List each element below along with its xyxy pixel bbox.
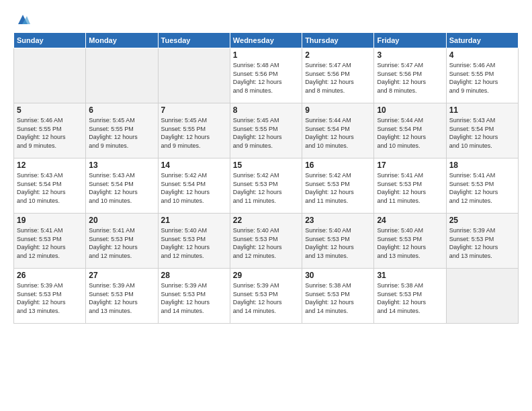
day-number: 19 bbox=[17, 216, 83, 225]
calendar-table: SundayMondayTuesdayWednesdayThursdayFrid… bbox=[13, 32, 519, 324]
day-number: 20 bbox=[89, 216, 154, 225]
header bbox=[13, 12, 519, 27]
day-info: Sunrise: 5:47 AM Sunset: 5:56 PM Dayligh… bbox=[305, 61, 371, 95]
calendar-day-cell: 15Sunrise: 5:42 AM Sunset: 5:53 PM Dayli… bbox=[230, 158, 302, 214]
calendar-week-row: 12Sunrise: 5:43 AM Sunset: 5:54 PM Dayli… bbox=[14, 158, 519, 214]
calendar-day-cell: 2Sunrise: 5:47 AM Sunset: 5:56 PM Daylig… bbox=[302, 48, 374, 103]
day-number: 13 bbox=[89, 161, 154, 170]
day-number: 5 bbox=[17, 105, 83, 115]
day-info: Sunrise: 5:42 AM Sunset: 5:53 PM Dayligh… bbox=[233, 171, 299, 205]
calendar-day-cell: 13Sunrise: 5:43 AM Sunset: 5:54 PM Dayli… bbox=[86, 158, 158, 214]
day-number: 14 bbox=[161, 161, 227, 170]
day-number: 22 bbox=[233, 216, 299, 225]
calendar-day-cell: 1Sunrise: 5:48 AM Sunset: 5:56 PM Daylig… bbox=[230, 48, 302, 103]
day-number: 9 bbox=[305, 105, 371, 115]
day-number: 23 bbox=[305, 216, 371, 225]
day-info: Sunrise: 5:40 AM Sunset: 5:53 PM Dayligh… bbox=[233, 226, 299, 260]
weekday-header-tuesday: Tuesday bbox=[158, 33, 230, 48]
calendar-day-cell: 14Sunrise: 5:42 AM Sunset: 5:54 PM Dayli… bbox=[158, 158, 230, 214]
calendar-day-cell: 20Sunrise: 5:41 AM Sunset: 5:53 PM Dayli… bbox=[86, 214, 158, 269]
day-number: 17 bbox=[377, 161, 443, 170]
day-info: Sunrise: 5:43 AM Sunset: 5:54 PM Dayligh… bbox=[17, 171, 83, 205]
day-info: Sunrise: 5:39 AM Sunset: 5:53 PM Dayligh… bbox=[233, 281, 299, 315]
day-number: 2 bbox=[305, 50, 371, 60]
logo bbox=[13, 12, 30, 27]
calendar-day-cell: 26Sunrise: 5:39 AM Sunset: 5:53 PM Dayli… bbox=[14, 269, 86, 324]
day-number: 18 bbox=[449, 161, 515, 170]
calendar-day-cell: 9Sunrise: 5:44 AM Sunset: 5:54 PM Daylig… bbox=[302, 103, 374, 158]
day-info: Sunrise: 5:38 AM Sunset: 5:53 PM Dayligh… bbox=[377, 281, 443, 315]
day-number: 8 bbox=[233, 105, 299, 115]
day-number: 26 bbox=[17, 271, 83, 280]
day-info: Sunrise: 5:39 AM Sunset: 5:53 PM Dayligh… bbox=[161, 281, 227, 315]
weekday-header-sunday: Sunday bbox=[14, 33, 86, 48]
day-info: Sunrise: 5:41 AM Sunset: 5:53 PM Dayligh… bbox=[377, 171, 443, 205]
weekday-header-thursday: Thursday bbox=[302, 33, 374, 48]
day-number: 4 bbox=[449, 50, 515, 60]
day-number: 3 bbox=[377, 50, 443, 60]
weekday-header-wednesday: Wednesday bbox=[230, 33, 302, 48]
day-info: Sunrise: 5:40 AM Sunset: 5:53 PM Dayligh… bbox=[305, 226, 371, 260]
day-info: Sunrise: 5:42 AM Sunset: 5:54 PM Dayligh… bbox=[161, 171, 227, 205]
calendar-day-cell: 16Sunrise: 5:42 AM Sunset: 5:53 PM Dayli… bbox=[302, 158, 374, 214]
day-number: 31 bbox=[377, 271, 443, 280]
calendar-day-cell: 31Sunrise: 5:38 AM Sunset: 5:53 PM Dayli… bbox=[374, 269, 446, 324]
calendar-day-cell bbox=[446, 269, 518, 324]
page: SundayMondayTuesdayWednesdayThursdayFrid… bbox=[0, 0, 532, 411]
calendar-day-cell: 25Sunrise: 5:39 AM Sunset: 5:53 PM Dayli… bbox=[446, 214, 518, 269]
day-info: Sunrise: 5:41 AM Sunset: 5:53 PM Dayligh… bbox=[17, 226, 83, 260]
calendar-day-cell: 10Sunrise: 5:44 AM Sunset: 5:54 PM Dayli… bbox=[374, 103, 446, 158]
calendar-day-cell: 8Sunrise: 5:45 AM Sunset: 5:55 PM Daylig… bbox=[230, 103, 302, 158]
day-info: Sunrise: 5:43 AM Sunset: 5:54 PM Dayligh… bbox=[449, 116, 515, 150]
day-info: Sunrise: 5:42 AM Sunset: 5:53 PM Dayligh… bbox=[305, 171, 371, 205]
calendar-day-cell: 22Sunrise: 5:40 AM Sunset: 5:53 PM Dayli… bbox=[230, 214, 302, 269]
calendar-day-cell: 17Sunrise: 5:41 AM Sunset: 5:53 PM Dayli… bbox=[374, 158, 446, 214]
calendar-week-row: 5Sunrise: 5:46 AM Sunset: 5:55 PM Daylig… bbox=[14, 103, 519, 158]
day-number: 7 bbox=[161, 105, 227, 115]
calendar-day-cell: 27Sunrise: 5:39 AM Sunset: 5:53 PM Dayli… bbox=[86, 269, 158, 324]
day-number: 1 bbox=[233, 50, 299, 60]
day-info: Sunrise: 5:39 AM Sunset: 5:53 PM Dayligh… bbox=[449, 226, 515, 260]
calendar-day-cell bbox=[158, 48, 230, 103]
calendar-day-cell: 30Sunrise: 5:38 AM Sunset: 5:53 PM Dayli… bbox=[302, 269, 374, 324]
calendar-day-cell: 21Sunrise: 5:40 AM Sunset: 5:53 PM Dayli… bbox=[158, 214, 230, 269]
day-info: Sunrise: 5:48 AM Sunset: 5:56 PM Dayligh… bbox=[233, 61, 299, 95]
day-number: 6 bbox=[89, 105, 154, 115]
calendar-day-cell: 18Sunrise: 5:41 AM Sunset: 5:53 PM Dayli… bbox=[446, 158, 518, 214]
day-number: 12 bbox=[17, 161, 83, 170]
calendar-day-cell bbox=[14, 48, 86, 103]
calendar-day-cell: 29Sunrise: 5:39 AM Sunset: 5:53 PM Dayli… bbox=[230, 269, 302, 324]
calendar-week-row: 26Sunrise: 5:39 AM Sunset: 5:53 PM Dayli… bbox=[14, 269, 519, 324]
day-number: 30 bbox=[305, 271, 371, 280]
weekday-header-friday: Friday bbox=[374, 33, 446, 48]
day-info: Sunrise: 5:39 AM Sunset: 5:53 PM Dayligh… bbox=[17, 281, 83, 315]
day-number: 25 bbox=[449, 216, 515, 225]
day-number: 11 bbox=[449, 105, 515, 115]
day-info: Sunrise: 5:39 AM Sunset: 5:53 PM Dayligh… bbox=[89, 281, 154, 315]
day-info: Sunrise: 5:45 AM Sunset: 5:55 PM Dayligh… bbox=[233, 116, 299, 150]
weekday-header-row: SundayMondayTuesdayWednesdayThursdayFrid… bbox=[14, 33, 519, 48]
day-info: Sunrise: 5:45 AM Sunset: 5:55 PM Dayligh… bbox=[89, 116, 154, 150]
day-info: Sunrise: 5:44 AM Sunset: 5:54 PM Dayligh… bbox=[377, 116, 443, 150]
weekday-header-monday: Monday bbox=[86, 33, 158, 48]
calendar-week-row: 19Sunrise: 5:41 AM Sunset: 5:53 PM Dayli… bbox=[14, 214, 519, 269]
day-info: Sunrise: 5:41 AM Sunset: 5:53 PM Dayligh… bbox=[449, 171, 515, 205]
day-number: 24 bbox=[377, 216, 443, 225]
calendar-day-cell: 3Sunrise: 5:47 AM Sunset: 5:56 PM Daylig… bbox=[374, 48, 446, 103]
day-info: Sunrise: 5:46 AM Sunset: 5:55 PM Dayligh… bbox=[449, 61, 515, 95]
day-number: 21 bbox=[161, 216, 227, 225]
calendar-day-cell: 24Sunrise: 5:40 AM Sunset: 5:53 PM Dayli… bbox=[374, 214, 446, 269]
day-info: Sunrise: 5:47 AM Sunset: 5:56 PM Dayligh… bbox=[377, 61, 443, 95]
day-info: Sunrise: 5:46 AM Sunset: 5:55 PM Dayligh… bbox=[17, 116, 83, 150]
calendar-day-cell: 19Sunrise: 5:41 AM Sunset: 5:53 PM Dayli… bbox=[14, 214, 86, 269]
day-number: 28 bbox=[161, 271, 227, 280]
day-info: Sunrise: 5:45 AM Sunset: 5:55 PM Dayligh… bbox=[161, 116, 227, 150]
day-number: 16 bbox=[305, 161, 371, 170]
calendar-day-cell bbox=[86, 48, 158, 103]
day-number: 27 bbox=[89, 271, 154, 280]
day-info: Sunrise: 5:38 AM Sunset: 5:53 PM Dayligh… bbox=[305, 281, 371, 315]
calendar-day-cell: 12Sunrise: 5:43 AM Sunset: 5:54 PM Dayli… bbox=[14, 158, 86, 214]
calendar-day-cell: 5Sunrise: 5:46 AM Sunset: 5:55 PM Daylig… bbox=[14, 103, 86, 158]
calendar-day-cell: 6Sunrise: 5:45 AM Sunset: 5:55 PM Daylig… bbox=[86, 103, 158, 158]
calendar-day-cell: 23Sunrise: 5:40 AM Sunset: 5:53 PM Dayli… bbox=[302, 214, 374, 269]
